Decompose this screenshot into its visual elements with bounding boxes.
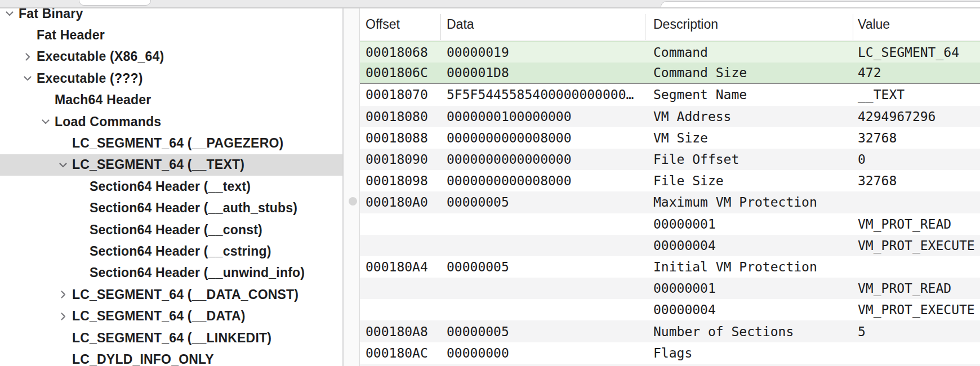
sidebar-item-section64-header-const[interactable]: Section64 Header (__const) [0, 219, 342, 240]
column-header-offset[interactable]: Offset [360, 8, 441, 41]
table-header-row: Offset Data Description Value [360, 8, 980, 41]
chevron-spacer [55, 330, 71, 346]
column-header-description[interactable]: Description [645, 8, 853, 41]
chevron-spacer [55, 135, 71, 151]
toolbar-search-field-partial[interactable] [79, 0, 151, 6]
sidebar-item-section64-header-unwind-info[interactable]: Section64 Header (__unwind_info) [0, 262, 342, 284]
sidebar-item-fat-header[interactable]: Fat Header [0, 24, 342, 46]
chevron-down-icon[interactable] [55, 157, 71, 173]
sidebar-item-section64-header-text[interactable]: Section64 Header (__text) [0, 176, 342, 197]
table-row-vm-address[interactable]: 00018080 0000000100000000 VM Address 429… [360, 106, 980, 127]
table-row-flags[interactable]: 000180AC 00000000 Flags [360, 342, 980, 364]
table-row-vm-prot-execute-2[interactable]: 00000004 VM_PROT_EXECUTE [360, 299, 980, 320]
table-row-vm-prot-execute[interactable]: 00000004 VM_PROT_EXECUTE [360, 235, 980, 256]
table-row-command-size[interactable]: 0001806C 000001D8 Command Size 472 [360, 63, 980, 84]
chevron-spacer [72, 265, 88, 281]
table-row-vm-prot-read[interactable]: 00000001 VM_PROT_READ [360, 213, 980, 235]
chevron-spacer [19, 27, 35, 43]
table-row-partial [360, 364, 980, 366]
chevron-down-icon[interactable] [1, 8, 17, 22]
table-row-vm-prot-read-2[interactable]: 00000001 VM_PROT_READ [360, 278, 980, 299]
pane-splitter[interactable] [344, 8, 359, 366]
sidebar-item-executable-unknown[interactable]: Executable (???) [0, 68, 342, 89]
chevron-right-icon[interactable] [55, 287, 71, 303]
chevron-down-icon[interactable] [19, 70, 35, 87]
chevron-right-icon[interactable] [55, 308, 71, 324]
column-header-data[interactable]: Data [441, 8, 645, 41]
chevron-spacer [72, 178, 88, 195]
table-row-segment-name[interactable]: 00018070 5F5F5445585400000000000… Segmen… [360, 84, 980, 105]
table-row-initial-vm-protection[interactable]: 000180A4 00000005 Initial VM Protection [360, 256, 980, 278]
sidebar-item-lc-segment-64-data[interactable]: LC_SEGMENT_64 (__DATA) [0, 305, 342, 327]
table-row-max-vm-protection[interactable]: 000180A0 00000005 Maximum VM Protection [360, 191, 980, 213]
chevron-spacer [72, 200, 88, 216]
sidebar-item-lc-dyld-info-only[interactable]: LC_DYLD_INFO_ONLY [0, 349, 342, 366]
sidebar-item-lc-segment-64-linkedit[interactable]: LC_SEGMENT_64 (__LINKEDIT) [0, 327, 342, 349]
table-row-command[interactable]: 00018068 00000019 Command LC_SEGMENT_64 [360, 41, 980, 63]
table-body: 00018068 00000019 Command LC_SEGMENT_64 … [360, 41, 980, 366]
sidebar-item-mach64-header[interactable]: Mach64 Header [0, 90, 342, 111]
detail-table-pane: Offset Data Description Value 00018068 0… [359, 8, 980, 366]
outline-tree: Fat Binary Fat Header Executable (X86_64… [0, 8, 342, 366]
sidebar-item-executable-x86-64[interactable]: Executable (X86_64) [0, 46, 342, 68]
sidebar-item-section64-header-auth-stubs[interactable]: Section64 Header (__auth_stubs) [0, 198, 342, 219]
sidebar-item-lc-segment-64-pagezero[interactable]: LC_SEGMENT_64 (__PAGEZERO) [0, 132, 342, 154]
content-panel-corner [661, 1, 980, 7]
chevron-spacer [37, 92, 54, 108]
sidebar-item-lc-segment-64-data-const[interactable]: LC_SEGMENT_64 (__DATA_CONST) [0, 284, 342, 305]
structure-outline-pane: Fat Binary Fat Header Executable (X86_64… [0, 8, 344, 366]
table-row-file-offset[interactable]: 00018090 0000000000000000 File Offset 0 [360, 149, 980, 170]
sidebar-item-load-commands[interactable]: Load Commands [0, 111, 342, 132]
toolbar-strip-partial [0, 0, 980, 7]
chevron-right-icon[interactable] [19, 48, 35, 65]
column-header-value[interactable]: Value [853, 8, 980, 41]
table-row-number-of-sections[interactable]: 000180A8 00000005 Number of Sections 5 [360, 320, 980, 342]
chevron-spacer [72, 243, 88, 260]
app-window: Fat Binary Fat Header Executable (X86_64… [0, 0, 980, 366]
sidebar-item-fat-binary[interactable]: Fat Binary [0, 8, 342, 24]
sidebar-item-lc-segment-64-text[interactable]: LC_SEGMENT_64 (__TEXT) [0, 154, 342, 176]
sidebar-item-section64-header-cstring[interactable]: Section64 Header (__cstring) [0, 240, 342, 262]
splitter-handle[interactable] [349, 197, 357, 206]
table-row-vm-size[interactable]: 00018088 0000000000008000 VM Size 32768 [360, 127, 980, 149]
table-row-file-size[interactable]: 00018098 0000000000008000 File Size 3276… [360, 170, 980, 191]
chevron-down-icon[interactable] [37, 114, 54, 130]
chevron-spacer [72, 222, 88, 238]
chevron-spacer [55, 351, 71, 366]
